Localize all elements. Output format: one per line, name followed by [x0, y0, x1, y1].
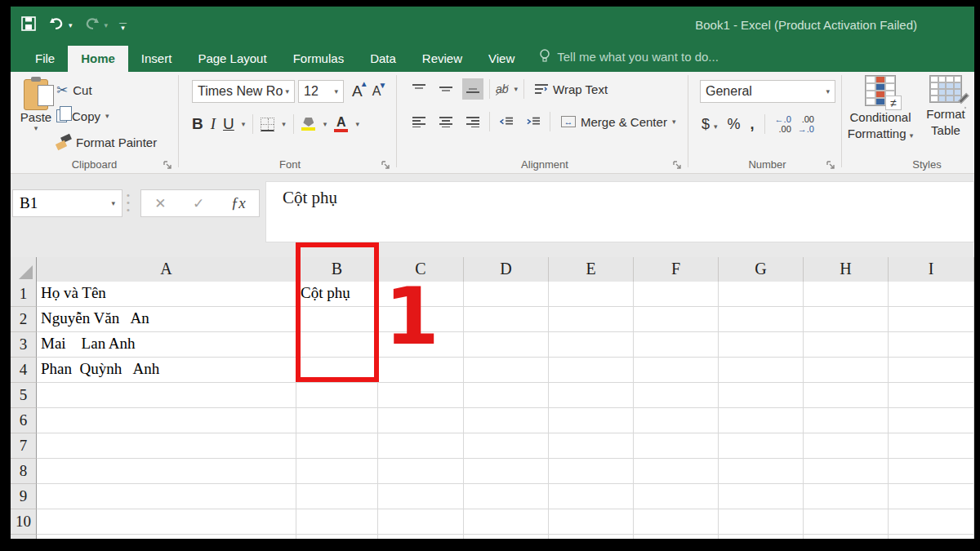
cell-H11[interactable] — [804, 535, 889, 539]
cell-H9[interactable] — [804, 484, 889, 509]
cell-I7[interactable] — [889, 433, 974, 459]
cell-F11[interactable] — [634, 535, 719, 539]
increase-font-size-button[interactable]: A▲ — [352, 82, 363, 100]
row-header-10[interactable]: 10 — [11, 509, 37, 535]
row-header-7[interactable]: 7 — [11, 433, 37, 459]
alignment-dialog-launcher-icon[interactable] — [673, 159, 683, 169]
cell-D8[interactable] — [464, 459, 549, 484]
accounting-format-button[interactable]: $ ▾ — [702, 116, 718, 133]
borders-icon[interactable] — [261, 118, 274, 131]
cell-H3[interactable] — [804, 332, 889, 358]
align-right-button[interactable] — [462, 111, 483, 132]
cell-G3[interactable] — [719, 332, 804, 358]
tab-formulas[interactable]: Formulas — [280, 46, 358, 72]
top-align-button[interactable] — [408, 78, 430, 100]
column-header-H[interactable]: H — [804, 257, 889, 282]
middle-align-button[interactable] — [435, 78, 457, 100]
name-box[interactable]: B1 ▾ — [12, 189, 122, 217]
cell-I1[interactable] — [889, 282, 974, 307]
cell-E11[interactable] — [549, 535, 634, 539]
cell-I9[interactable] — [889, 484, 974, 509]
tab-page-layout[interactable]: Page Layout — [185, 46, 279, 72]
cell-B5[interactable] — [296, 383, 378, 408]
underline-button[interactable]: U — [223, 115, 234, 133]
cell-H8[interactable] — [804, 459, 889, 484]
tab-insert[interactable]: Insert — [128, 46, 185, 72]
cell-H10[interactable] — [804, 509, 889, 535]
row-header-2[interactable]: 2 — [11, 307, 37, 332]
decrease-indent-icon[interactable] — [496, 111, 517, 132]
cell-A11[interactable] — [37, 535, 296, 539]
cell-H7[interactable] — [804, 433, 889, 459]
cell-E1[interactable] — [549, 282, 634, 307]
select-all-corner[interactable] — [11, 257, 37, 282]
cell-D6[interactable] — [464, 408, 549, 433]
column-header-E[interactable]: E — [549, 257, 634, 282]
row-header-1[interactable]: 1 — [11, 282, 37, 307]
conditional-formatting-button[interactable]: ≠ Conditional Formatting ▾ — [849, 75, 912, 144]
customize-qat-icon[interactable]: —▾ — [119, 20, 127, 30]
underline-dropdown-icon[interactable]: ▾ — [242, 120, 246, 128]
number-dialog-launcher-icon[interactable] — [826, 159, 836, 169]
cell-D2[interactable] — [464, 307, 549, 332]
align-left-button[interactable] — [408, 111, 430, 132]
bold-button[interactable]: B — [192, 115, 203, 133]
cell-A7[interactable] — [37, 433, 296, 459]
tab-file[interactable]: File — [22, 46, 68, 72]
font-size-combo[interactable]: 12▾ — [298, 80, 344, 103]
cell-F6[interactable] — [634, 408, 719, 433]
format-painter-button[interactable]: Format Painter — [56, 132, 157, 152]
undo-icon[interactable] — [48, 17, 65, 33]
undo-dropdown-icon[interactable]: ▾ — [69, 21, 73, 29]
cell-I4[interactable] — [889, 358, 974, 383]
merge-center-button[interactable]: ↔ Merge & Center ▾ — [561, 115, 675, 129]
cell-A6[interactable] — [37, 408, 296, 433]
font-name-combo[interactable]: Times New Ro▾ — [192, 80, 295, 103]
cell-C7[interactable] — [378, 433, 464, 459]
cell-F1[interactable] — [634, 282, 719, 307]
cell-I3[interactable] — [889, 332, 974, 358]
cell-E7[interactable] — [549, 433, 634, 459]
decrease-font-size-button[interactable]: A▼ — [372, 84, 381, 99]
fill-color-icon[interactable] — [301, 118, 316, 131]
column-header-F[interactable]: F — [634, 257, 719, 282]
paste-button[interactable]: Paste ▾ — [16, 77, 56, 160]
format-as-table-button[interactable]: Format Table — [917, 75, 974, 139]
cell-A2[interactable]: Nguyễn Văn An — [37, 307, 296, 332]
cell-H6[interactable] — [804, 408, 889, 433]
tell-me-box[interactable]: Tell me what you want to do... — [528, 42, 727, 72]
cut-button[interactable]: ✂ Cut — [56, 80, 157, 100]
cell-B10[interactable] — [296, 509, 378, 535]
cell-I10[interactable] — [889, 509, 974, 535]
cell-B8[interactable] — [296, 459, 378, 484]
merge-center-dropdown-icon[interactable]: ▾ — [672, 118, 676, 126]
cell-F5[interactable] — [634, 383, 719, 408]
cell-G4[interactable] — [719, 358, 804, 383]
formula-input[interactable]: Cột phụ — [265, 181, 974, 242]
cell-F2[interactable] — [634, 307, 719, 332]
cell-B11[interactable] — [296, 535, 378, 539]
comma-style-button[interactable]: , — [751, 116, 755, 133]
row-header-9[interactable]: 9 — [11, 484, 37, 509]
cell-I11[interactable] — [889, 535, 974, 539]
cell-H2[interactable] — [804, 307, 889, 332]
cell-E6[interactable] — [549, 408, 634, 433]
cell-E8[interactable] — [549, 459, 634, 484]
row-header-6[interactable]: 6 — [11, 408, 37, 433]
row-header-3[interactable]: 3 — [11, 332, 37, 358]
paste-dropdown-icon[interactable]: ▾ — [34, 124, 38, 132]
cell-F8[interactable] — [634, 459, 719, 484]
cell-F9[interactable] — [634, 484, 719, 509]
save-icon[interactable] — [20, 16, 37, 35]
cell-C9[interactable] — [378, 484, 464, 509]
fill-color-dropdown-icon[interactable]: ▾ — [323, 120, 327, 128]
orientation-dropdown-icon[interactable]: ▾ — [514, 85, 519, 93]
italic-button[interactable]: I — [211, 115, 216, 133]
cell-G1[interactable] — [719, 282, 804, 307]
cell-C5[interactable] — [378, 383, 464, 408]
cell-B7[interactable] — [296, 433, 378, 459]
column-header-G[interactable]: G — [719, 257, 804, 282]
cell-A9[interactable] — [37, 484, 296, 509]
cell-G9[interactable] — [719, 484, 804, 509]
bottom-align-button[interactable] — [462, 78, 483, 100]
